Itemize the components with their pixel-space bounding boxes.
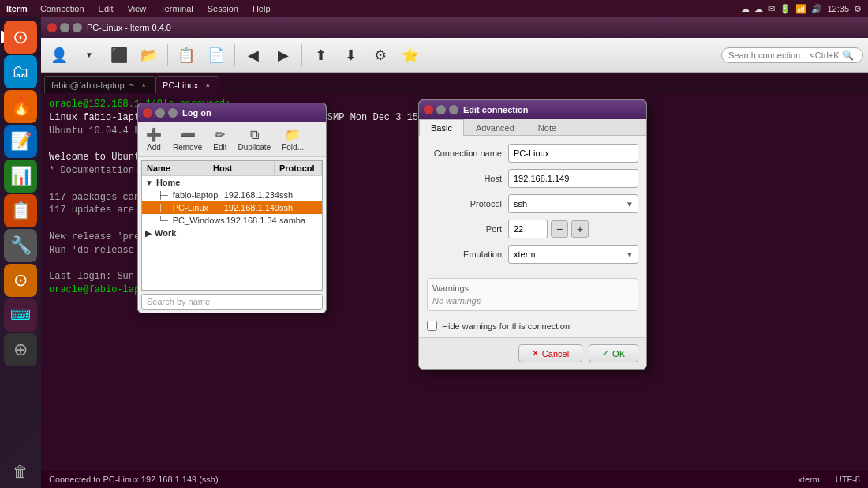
tab-pclinux[interactable]: PC-Linux ×	[155, 76, 219, 93]
dock-files[interactable]: 🗂	[4, 55, 37, 88]
edit-title: Edit connection	[463, 105, 529, 114]
logon-edit-button[interactable]: ✏ Edit	[208, 126, 231, 153]
tab-fabio-close[interactable]: ×	[139, 81, 148, 90]
dock-trash[interactable]: 🗑	[4, 455, 37, 488]
dock-extra[interactable]: ⊕	[4, 333, 37, 366]
edit-close-button[interactable]	[424, 105, 433, 114]
edit-max-button[interactable]	[449, 105, 458, 114]
extra-icon: ⊕	[13, 340, 28, 360]
window-close-button[interactable]	[47, 23, 57, 32]
toolbar-settings[interactable]: ⚙	[367, 42, 394, 69]
toolbar-download[interactable]: ⬇	[337, 42, 364, 69]
port-decrement-button[interactable]: −	[551, 220, 568, 238]
toolbar-terminal[interactable]: ⬛	[106, 42, 133, 69]
logon-add-button[interactable]: ➕ Add	[141, 126, 166, 153]
toolbar-forward[interactable]: ▶	[270, 42, 297, 69]
menu-help[interactable]: Help	[246, 2, 277, 15]
group-home-label: Home	[156, 178, 181, 187]
group-home[interactable]: ▼ Home	[142, 176, 322, 189]
menu-session[interactable]: Session	[201, 2, 245, 15]
logon-max-button[interactable]	[168, 108, 178, 118]
dock-tool[interactable]: 🔧	[4, 229, 37, 262]
conn-proto-pcwindows: samba	[279, 216, 319, 225]
menu-edit[interactable]: Edit	[92, 2, 120, 15]
cloud-icon: ☁	[741, 4, 750, 14]
connname-input[interactable]	[508, 144, 638, 163]
toolbar-back[interactable]: ◀	[240, 42, 267, 69]
term-icon: ⬛	[110, 47, 128, 64]
dock-ubuntu2[interactable]: ⊙	[4, 264, 37, 297]
port-controls: − +	[508, 220, 589, 238]
app-name: lterm	[0, 4, 34, 13]
tab-advanced[interactable]: Advanced	[464, 119, 526, 136]
ok-button[interactable]: ✓ OK	[589, 344, 638, 362]
toolbar-upload[interactable]: ⬆	[307, 42, 334, 69]
connection-list[interactable]: Name Host Protocol ▼ Home ├─ fabio-lapto…	[141, 160, 323, 291]
logon-toolbar: ➕ Add ➖ Remove ✏ Edit ⧉ Duplicate 📁 Fold…	[138, 122, 326, 157]
conn-name-pcwindows: PC_Windows	[173, 216, 226, 225]
desktop: lterm Connection Edit View Terminal Sess…	[0, 0, 868, 488]
logon-folder-button[interactable]: 📁 Fold...	[277, 126, 309, 153]
duplicate-icon: ⧉	[250, 128, 259, 142]
logon-min-button[interactable]	[155, 108, 165, 118]
tab-note[interactable]: Note	[526, 119, 568, 136]
remove-label: Remove	[173, 143, 202, 152]
toolbar-search-icon[interactable]: 🔍	[842, 50, 854, 61]
protocol-select-wrapper: ssh telnet ftp samba ▼	[508, 194, 638, 213]
menu-terminal[interactable]: Terminal	[154, 2, 200, 15]
protocol-select[interactable]: ssh telnet ftp samba	[508, 194, 638, 213]
toolbar-separator-3	[301, 44, 302, 66]
tab-pclinux-close[interactable]: ×	[203, 81, 212, 90]
dock-terminal[interactable]: ⌨	[4, 298, 37, 332]
toolbar-separator-1	[167, 44, 168, 66]
tab-pclinux-label: PC-Linux	[163, 81, 198, 90]
folder-icon: 📁	[285, 127, 301, 142]
menu-bar: Connection Edit View Terminal Session He…	[34, 2, 277, 15]
dock-browser[interactable]: 🔥	[4, 90, 37, 123]
search-box[interactable]: Search by name	[141, 294, 323, 310]
conn-fabio-laptop[interactable]: ├─ fabio-laptop 192.168.1.234 ssh	[142, 189, 322, 201]
no-warnings-text: No warnings	[432, 296, 633, 306]
port-input[interactable]	[508, 220, 548, 238]
settings-icon[interactable]: ⚙	[854, 4, 862, 14]
toolbar-profile[interactable]: 👤	[46, 42, 73, 69]
conn-pc-linux[interactable]: ├─ PC-Linux 192.168.1.149 ssh	[142, 201, 322, 214]
edit-connection-dialog: Edit connection Basic Advanced Note Conn…	[418, 99, 647, 370]
battery-icon: 🔋	[780, 4, 791, 14]
toolbar-search-box[interactable]: 🔍	[721, 47, 863, 63]
sftp-icon: 📂	[140, 47, 158, 64]
logon-close-button[interactable]	[143, 108, 152, 118]
hide-warnings-checkbox[interactable]	[427, 321, 437, 331]
logon-title: Log on	[182, 108, 211, 118]
dock-presentation[interactable]: 📋	[4, 194, 37, 227]
toolbar-dropdown[interactable]: ▼	[76, 42, 103, 69]
dock-docs[interactable]: 📝	[4, 125, 37, 158]
menu-view[interactable]: View	[122, 2, 153, 15]
cancel-button[interactable]: ✕ Cancel	[518, 344, 582, 362]
tab-fabio[interactable]: fabio@fabio-laptop: ~ ×	[44, 76, 155, 93]
host-label: Host	[427, 174, 502, 183]
toolbar-search-input[interactable]	[728, 51, 839, 60]
menu-connection[interactable]: Connection	[34, 2, 91, 15]
edit-min-button[interactable]	[436, 105, 446, 114]
port-increment-button[interactable]: +	[571, 220, 589, 238]
settings-icon: ⚙	[374, 47, 387, 64]
window-maximize-button[interactable]	[73, 23, 82, 32]
toolbar-paste[interactable]: 📄	[203, 42, 230, 69]
logon-remove-button[interactable]: ➖ Remove	[168, 126, 207, 153]
emulation-select[interactable]: xterm vt100 vt220	[508, 245, 638, 264]
taskbar-right-icons: ☁ ☁ ✉ 🔋 📶 🔊 12:35 ⚙	[741, 4, 868, 14]
dock-home[interactable]: ⊙	[4, 21, 37, 54]
tab-basic[interactable]: Basic	[419, 119, 464, 136]
toolbar-copy[interactable]: 📋	[173, 42, 200, 69]
toolbar-sftp[interactable]: 📂	[136, 42, 163, 69]
bookmark-icon: ⭐	[402, 47, 419, 64]
conn-pc-windows[interactable]: └─ PC_Windows 192.168.1.34 samba	[142, 214, 322, 227]
toolbar-bookmark[interactable]: ⭐	[397, 42, 424, 69]
host-input[interactable]	[508, 169, 638, 188]
logon-duplicate-button[interactable]: ⧉ Duplicate	[233, 126, 275, 153]
window-minimize-button[interactable]	[60, 23, 69, 32]
edit-title-bar: Edit connection	[419, 100, 646, 119]
dock-calc[interactable]: 📊	[4, 160, 37, 193]
group-work[interactable]: ▶ Work	[142, 227, 322, 239]
